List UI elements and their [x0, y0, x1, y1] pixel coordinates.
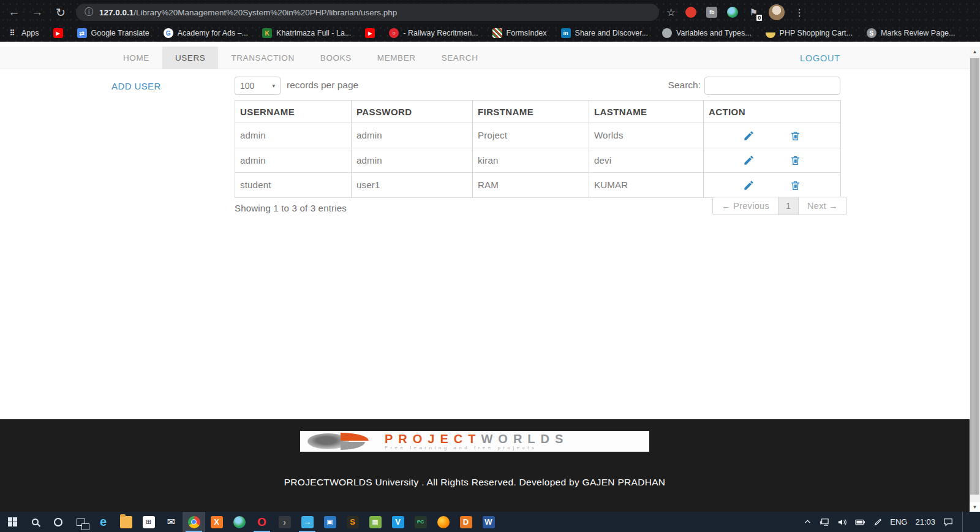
- nav-item-home[interactable]: HOME: [110, 47, 162, 69]
- bookmark-item[interactable]: K Khatrimaza Full - La...: [262, 28, 351, 38]
- cell-username: admin: [235, 148, 352, 173]
- bookmark-item[interactable]: G Academy for Ads –...: [164, 28, 248, 38]
- taskbar-app[interactable]: X: [205, 512, 228, 532]
- bookmark-item[interactable]: ○ - Railway Recritmen...: [389, 28, 478, 38]
- search-taskbar-icon: [32, 519, 39, 525]
- taskbar-app[interactable]: e: [92, 512, 115, 532]
- browser-menu-icon[interactable]: ⋮: [794, 7, 805, 18]
- taskbar-app[interactable]: S: [341, 512, 364, 532]
- reload-button[interactable]: ↻: [51, 3, 70, 21]
- scrollbar[interactable]: ▲ ▼: [970, 47, 980, 512]
- taskbar-app[interactable]: W: [477, 512, 500, 532]
- crescent-icon: [766, 28, 775, 38]
- file-explorer-icon: [120, 516, 132, 528]
- taskbar-app[interactable]: [47, 512, 69, 532]
- taskbar-app[interactable]: ›: [273, 512, 296, 532]
- taskbar-app[interactable]: [115, 512, 137, 532]
- nav-item-transaction[interactable]: TRANSACTION: [218, 47, 307, 69]
- taskbar-app[interactable]: O: [251, 512, 273, 532]
- tray-chevron-icon[interactable]: [804, 518, 812, 526]
- pagination: ← Previous 1 Next →: [712, 197, 847, 215]
- pen-icon[interactable]: [873, 518, 882, 526]
- brand-primary: PROJECT: [385, 432, 481, 446]
- col-header-lastname: LASTNAME: [589, 101, 704, 123]
- taskbar-app[interactable]: PC: [409, 512, 432, 532]
- back-button[interactable]: ←: [5, 3, 23, 21]
- bookmark-item[interactable]: S Marks Review Page...: [867, 28, 956, 38]
- table-row: admin admin kiran devi: [235, 148, 841, 173]
- volume-icon[interactable]: [837, 518, 847, 526]
- language-indicator[interactable]: ENG: [890, 517, 907, 526]
- nav-item-books[interactable]: BOOKS: [307, 47, 364, 69]
- next-page-button[interactable]: Next →: [799, 197, 846, 215]
- forward-button[interactable]: →: [28, 3, 47, 21]
- delete-icon[interactable]: [790, 154, 801, 166]
- bookmark-item[interactable]: ▶: [53, 28, 63, 38]
- idm-extension-icon[interactable]: [727, 7, 738, 18]
- network-icon[interactable]: [820, 518, 829, 526]
- logout-link[interactable]: LOGOUT: [800, 47, 840, 69]
- delete-icon[interactable]: [790, 130, 801, 142]
- taskbar-app[interactable]: [432, 512, 454, 532]
- cell-username: admin: [235, 123, 352, 148]
- taskbar-app[interactable]: [24, 512, 47, 532]
- windows-taskbar: e ⊞ ✉ X: [0, 512, 980, 532]
- nav-item-search[interactable]: SEARCH: [429, 47, 491, 69]
- cell-password: admin: [352, 148, 473, 173]
- show-desktop-divider[interactable]: [962, 512, 963, 532]
- bookmark-item[interactable]: Variables and Types...: [662, 28, 752, 38]
- green-photo-app-icon: ▦: [369, 516, 382, 528]
- bookmark-item[interactable]: ⇄ Google Translate: [77, 28, 149, 38]
- scrollbar-thumb[interactable]: [970, 58, 979, 495]
- url-path: /Library%20Management%20System%20in%20PH…: [134, 8, 397, 17]
- clock[interactable]: 21:03: [915, 517, 935, 526]
- bookmark-star-icon[interactable]: ☆: [666, 6, 676, 19]
- site-info-icon[interactable]: ⓘ: [85, 7, 93, 18]
- action-center-icon[interactable]: [943, 517, 953, 526]
- previous-page-button[interactable]: ← Previous: [713, 197, 778, 215]
- stripes-icon: [492, 28, 502, 38]
- bookmark-item[interactable]: FormsIndex: [492, 28, 547, 38]
- bookmark-item[interactable]: ▶: [365, 28, 375, 38]
- taskbar-app[interactable]: ▦: [364, 512, 386, 532]
- taskbar-app[interactable]: [1, 512, 24, 532]
- records-per-page-select[interactable]: 100 ▾: [235, 77, 281, 95]
- taskbar-app[interactable]: ▣: [318, 512, 341, 532]
- nav-item-users[interactable]: USERS: [162, 47, 219, 69]
- taskbar-app[interactable]: →: [296, 512, 318, 532]
- taskbar-app[interactable]: [183, 512, 205, 532]
- edit-icon[interactable]: [743, 130, 755, 142]
- battery-icon[interactable]: [855, 519, 865, 526]
- bookmarks-bar: ⠿ Apps ▶ ⇄ Google Translate G Academy fo…: [0, 25, 980, 42]
- taskbar-app[interactable]: ⊞: [137, 512, 160, 532]
- url-host: 127.0.0.1: [99, 8, 134, 17]
- taskbar-app[interactable]: [228, 512, 251, 532]
- delete-icon[interactable]: [790, 180, 801, 191]
- nav-item-member[interactable]: MEMBER: [364, 47, 429, 69]
- facebook-pixel-extension-icon[interactable]: fb: [706, 7, 717, 18]
- profile-avatar[interactable]: [769, 4, 785, 20]
- blue-app-icon: ▣: [324, 516, 336, 528]
- bookmark-item[interactable]: PHP Shopping Cart...: [766, 28, 853, 38]
- search-input[interactable]: [704, 77, 840, 95]
- address-bar[interactable]: ⓘ 127.0.0.1/Library%20Management%20Syste…: [76, 4, 659, 21]
- edit-icon[interactable]: [743, 180, 755, 191]
- bookmark-item[interactable]: in Share and Discover...: [561, 28, 649, 38]
- col-header-password: PASSWORD: [352, 101, 473, 123]
- taskbar-app[interactable]: V: [386, 512, 409, 532]
- adblock-extension-icon[interactable]: [685, 7, 696, 18]
- scroll-up-arrow[interactable]: ▲: [970, 47, 980, 56]
- scroll-down-arrow[interactable]: ▼: [970, 502, 980, 512]
- bookmark-item[interactable]: ⠿ Apps: [7, 28, 39, 38]
- taskbar-app[interactable]: [69, 512, 92, 532]
- apps-grid-icon: ⠿: [7, 28, 17, 38]
- sublime-text-icon: S: [347, 516, 359, 528]
- edit-icon[interactable]: [743, 154, 755, 166]
- page-number-button[interactable]: 1: [778, 197, 799, 215]
- brand-tagline: Free learning and free projects: [385, 446, 568, 450]
- flag-extension-icon[interactable]: ⚑0: [748, 7, 759, 18]
- add-user-link[interactable]: ADD USER: [111, 81, 161, 91]
- taskbar-app[interactable]: ✉: [160, 512, 183, 532]
- records-per-page-label: records per page: [287, 80, 358, 91]
- taskbar-app[interactable]: D: [454, 512, 477, 532]
